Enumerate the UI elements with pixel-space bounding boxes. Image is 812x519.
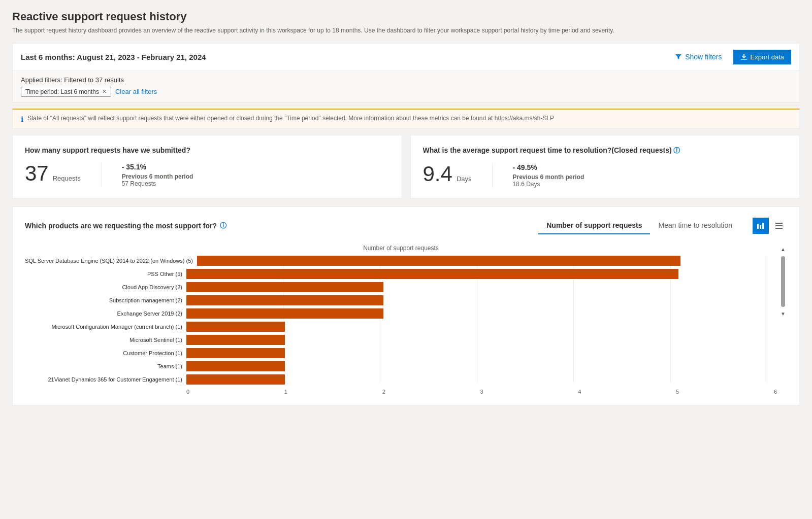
metric-1-period-label: Previous 6 month period bbox=[122, 173, 193, 180]
metric-card-2-content: 9.4 Days - 49.5% Previous 6 month period… bbox=[423, 163, 788, 188]
metric-2-divider bbox=[492, 163, 493, 188]
bar-fill bbox=[186, 335, 285, 345]
svg-rect-2 bbox=[762, 223, 764, 229]
bar-row: Teams (1) bbox=[25, 361, 777, 371]
bar-track bbox=[186, 361, 777, 371]
bar-label: Exchange Server 2019 (2) bbox=[25, 310, 182, 317]
bar-track bbox=[186, 348, 777, 358]
chart-section: Which products are we requesting the mos… bbox=[12, 206, 800, 405]
metric-2-period-value: 18.6 Days bbox=[513, 181, 584, 188]
bar-row: Customer Protection (1) bbox=[25, 348, 777, 358]
bar-track bbox=[186, 295, 777, 305]
bar-label: Teams (1) bbox=[25, 363, 182, 369]
bar-fill bbox=[186, 348, 285, 358]
metric-2-info-icon[interactable]: ⓘ bbox=[673, 147, 680, 154]
bar-label: Microsoft Sentinel (1) bbox=[25, 337, 182, 343]
x-axis-label: 1 bbox=[284, 389, 287, 395]
info-text: State of "All requests" will reflect sup… bbox=[27, 115, 554, 122]
svg-rect-4 bbox=[775, 225, 783, 226]
scroll-up-arrow[interactable]: ▲ bbox=[781, 245, 786, 254]
list-view-button[interactable] bbox=[771, 218, 787, 234]
x-axis-label: 4 bbox=[578, 389, 581, 395]
bar-row: 21Vianet Dynamics 365 for Customer Engag… bbox=[25, 374, 777, 385]
x-axis-label: 3 bbox=[480, 389, 483, 395]
bar-row: PSS Other (5) bbox=[25, 269, 777, 279]
x-axis-label: 2 bbox=[382, 389, 385, 395]
metric-2-change: - 49.5% bbox=[513, 163, 584, 171]
bar-label: Subscription management (2) bbox=[25, 297, 182, 303]
chart-x-axis: 0123456 bbox=[186, 389, 777, 395]
info-banner: ℹ State of "All requests" will reflect s… bbox=[12, 109, 800, 129]
metric-2-period-label: Previous 6 month period bbox=[513, 174, 584, 181]
bar-label: Customer Protection (1) bbox=[25, 350, 182, 356]
metric-card-1-title: How many support requests have we submit… bbox=[25, 146, 389, 155]
x-axis-label: 6 bbox=[774, 389, 777, 395]
chart-info-icon[interactable]: ⓘ bbox=[220, 221, 226, 230]
chart-tabs: Number of support requests Mean time to … bbox=[538, 217, 740, 234]
filters-section: Applied filters: Filtered to 37 results … bbox=[12, 71, 800, 102]
metric-2-number: 9.4 bbox=[423, 163, 452, 185]
metric-1-change: - 35.1% bbox=[122, 163, 193, 171]
page-description: The support request history dashboard pr… bbox=[12, 26, 800, 35]
bar-track bbox=[186, 374, 777, 385]
metrics-row: How many support requests have we submit… bbox=[12, 135, 800, 198]
metric-2-secondary: - 49.5% Previous 6 month period 18.6 Day… bbox=[513, 163, 584, 188]
chart-y-axis-label: Number of support requests bbox=[25, 245, 777, 252]
metric-card-requests: How many support requests have we submit… bbox=[12, 135, 402, 198]
date-bar: Last 6 months: August 21, 2023 - Februar… bbox=[12, 43, 800, 71]
x-axis-label: 5 bbox=[676, 389, 679, 395]
metric-1-period-value: 57 Requests bbox=[122, 180, 193, 187]
filter-tags: Time period: Last 6 months ✕ Clear all f… bbox=[21, 87, 791, 97]
bar-fill bbox=[197, 256, 680, 266]
applied-filters-label: Applied filters: Filtered to 37 results bbox=[21, 76, 791, 84]
chart-view-icons bbox=[753, 218, 787, 234]
metric-card-2-title: What is the average support request time… bbox=[423, 146, 788, 155]
list-icon bbox=[775, 222, 783, 230]
scroll-thumb[interactable] bbox=[781, 256, 785, 307]
svg-rect-1 bbox=[760, 225, 761, 229]
bar-chart-view-button[interactable] bbox=[753, 218, 769, 234]
svg-rect-0 bbox=[757, 224, 759, 229]
bar-track bbox=[186, 269, 777, 279]
tab-mean-time[interactable]: Mean time to resolution bbox=[650, 217, 740, 234]
metric-card-1-content: 37 Requests - 35.1% Previous 6 month per… bbox=[25, 163, 389, 187]
tab-number-requests[interactable]: Number of support requests bbox=[538, 217, 650, 234]
bar-fill bbox=[186, 374, 285, 385]
chart-title: Which products are we requesting the mos… bbox=[25, 221, 226, 230]
metric-1-secondary: - 35.1% Previous 6 month period 57 Reque… bbox=[122, 163, 193, 187]
export-data-button[interactable]: Export data bbox=[733, 50, 792, 64]
bar-chart-icon bbox=[757, 222, 765, 230]
bar-label: Cloud App Discovery (2) bbox=[25, 284, 182, 290]
metric-1-unit: Requests bbox=[53, 175, 81, 182]
bar-fill bbox=[186, 322, 285, 332]
bar-chart: SQL Server Database Engine (SQL) 2014 to… bbox=[25, 256, 777, 385]
export-icon bbox=[740, 53, 748, 60]
svg-rect-5 bbox=[775, 228, 783, 229]
bar-track bbox=[197, 256, 777, 266]
bar-track bbox=[186, 335, 777, 345]
metric-card-resolution: What is the average support request time… bbox=[410, 135, 800, 198]
bar-fill bbox=[186, 308, 383, 319]
bar-track bbox=[186, 322, 777, 332]
scroll-down-arrow[interactable]: ▼ bbox=[781, 309, 786, 319]
show-filters-button[interactable]: Show filters bbox=[670, 50, 727, 64]
bar-row: Exchange Server 2019 (2) bbox=[25, 308, 777, 319]
bar-fill bbox=[186, 282, 383, 292]
scroll-bar[interactable]: ▲ ▼ bbox=[779, 245, 787, 385]
metric-2-primary: 9.4 Days bbox=[423, 163, 472, 185]
date-range: Last 6 months: August 21, 2023 - Februar… bbox=[21, 53, 206, 61]
clear-all-filters-button[interactable]: Clear all filters bbox=[115, 88, 157, 95]
bar-fill bbox=[186, 295, 383, 305]
date-bar-actions: Show filters Export data bbox=[670, 50, 791, 64]
bar-row: Subscription management (2) bbox=[25, 295, 777, 305]
info-icon: ℹ bbox=[21, 115, 23, 123]
bar-fill bbox=[186, 269, 678, 279]
metric-1-primary: 37 Requests bbox=[25, 163, 81, 184]
metric-2-unit: Days bbox=[457, 175, 472, 183]
chart-wrapper: Number of support requests SQL Server Da… bbox=[25, 245, 787, 395]
bar-label: SQL Server Database Engine (SQL) 2014 to… bbox=[25, 258, 193, 264]
chart-header: Which products are we requesting the mos… bbox=[25, 217, 787, 234]
svg-rect-3 bbox=[775, 223, 783, 224]
remove-filter-button[interactable]: ✕ bbox=[102, 88, 107, 95]
bar-row: Microsoft Sentinel (1) bbox=[25, 335, 777, 345]
